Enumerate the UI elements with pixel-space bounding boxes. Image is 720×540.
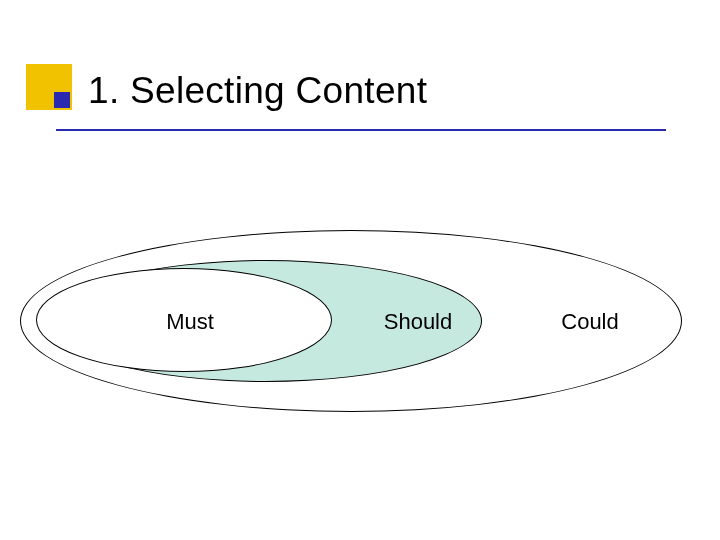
page-title: 1. Selecting Content — [88, 70, 427, 112]
venn-diagram: Must Should Could — [20, 230, 700, 430]
label-could: Could — [561, 309, 618, 335]
slide: 1. Selecting Content Must Should Could — [0, 0, 720, 540]
decor-square-blue — [54, 92, 70, 108]
label-should: Should — [384, 309, 453, 335]
label-must: Must — [166, 309, 214, 335]
title-underline — [56, 129, 666, 131]
